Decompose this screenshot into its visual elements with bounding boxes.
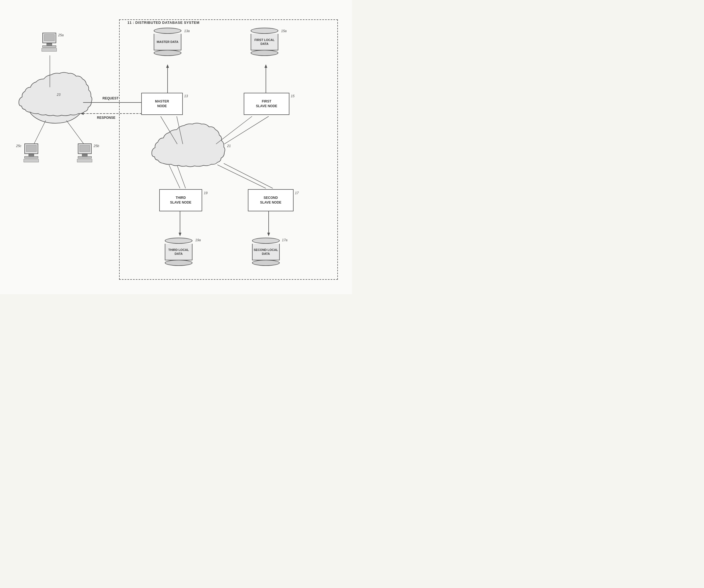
svg-line-12 (33, 120, 46, 145)
ref-23: 23 (57, 93, 60, 97)
ref-21: 21 (227, 144, 231, 148)
keyboard-25b (77, 159, 92, 162)
third-slave-node-label: THIRD SLAVE NODE (170, 195, 191, 205)
ref-25a: 25a (58, 33, 64, 37)
ref-25b: 25b (94, 144, 99, 148)
svg-point-1 (26, 89, 51, 110)
svg-point-2 (36, 80, 64, 103)
stand-25b (82, 154, 87, 156)
svg-point-5 (25, 86, 86, 119)
client-25b (77, 143, 92, 162)
stand-25c (28, 154, 34, 156)
master-data-db: MASTER DATA (154, 28, 181, 57)
computer-icon-25c (23, 143, 39, 162)
cylinder-body: MASTER DATA (154, 34, 181, 50)
screen-25a (44, 34, 55, 41)
response-label: RESPONSE (97, 116, 115, 120)
svg-point-0 (28, 87, 83, 123)
cylinder-top (165, 238, 192, 244)
first-slave-node-label: FIRST SLAVE NODE (256, 99, 277, 109)
svg-point-4 (62, 86, 87, 108)
second-slave-node-label: SECOND SLAVE NODE (260, 195, 281, 205)
third-local-data-db: THIRD LOCAL DATA (165, 238, 192, 267)
ref-13: 13 (184, 94, 188, 98)
second-slave-node-box: SECOND SLAVE NODE (248, 189, 294, 211)
cylinder-top (252, 238, 280, 244)
second-local-cylinder: SECOND LOCAL DATA (252, 238, 280, 267)
master-data-cylinder: MASTER DATA (154, 28, 181, 57)
client-25c (23, 143, 39, 162)
ref-17: 17 (295, 191, 299, 195)
computer-icon-25a (42, 33, 57, 52)
first-local-cylinder: FIRST LOCAL DATA (251, 28, 278, 57)
monitor-25a (42, 33, 56, 43)
internet-cloud (19, 72, 92, 123)
svg-point-3 (50, 79, 77, 101)
ref-25c: 25c (16, 144, 21, 148)
first-local-data-label: FIRST LOCAL DATA (251, 38, 278, 46)
monitor-25c (24, 143, 38, 154)
keyboard-25a (42, 48, 57, 52)
diagram-container: 11 : DISTRIBUTED DATABASE SYSTEM (0, 0, 352, 294)
screen-25b (79, 145, 90, 152)
master-data-label: MASTER DATA (157, 40, 178, 44)
second-local-data-label: SECOND LOCAL DATA (252, 248, 279, 256)
base-25c (24, 156, 38, 159)
first-local-data-db: FIRST LOCAL DATA (251, 28, 278, 57)
master-node-label: MASTER NODE (155, 99, 169, 109)
master-node-box: MASTER NODE (141, 93, 183, 115)
ref-15a: 15a (281, 29, 287, 33)
ref-19: 19 (204, 191, 208, 195)
base-25a (42, 45, 56, 48)
computer-icon-25b (77, 143, 92, 162)
second-local-data-db: SECOND LOCAL DATA (252, 238, 280, 267)
cylinder-top (154, 28, 181, 34)
cylinder-body: THIRD LOCAL DATA (165, 244, 192, 260)
ref-17a: 17a (282, 238, 288, 242)
cylinder-top (251, 28, 278, 34)
ref-19a: 19a (195, 238, 201, 242)
request-label: REQUEST (103, 97, 119, 100)
cylinder-bottom (154, 50, 181, 56)
stand-25a (47, 43, 52, 45)
first-slave-node-box: FIRST SLAVE NODE (244, 93, 289, 115)
cylinder-bottom (165, 260, 192, 266)
third-local-data-label: THIRD LOCAL DATA (165, 248, 192, 256)
client-25a (42, 33, 57, 52)
cylinder-body: FIRST LOCAL DATA (251, 34, 278, 50)
svg-line-11 (66, 120, 86, 147)
dbs-boundary (119, 19, 338, 280)
third-slave-node-box: THIRD SLAVE NODE (159, 189, 202, 211)
screen-25c (26, 145, 37, 152)
cylinder-bottom (251, 50, 278, 56)
ref-13a: 13a (184, 29, 190, 33)
cylinder-bottom (252, 260, 280, 266)
monitor-25b (78, 143, 92, 154)
keyboard-25c (23, 159, 39, 162)
svg-marker-9 (80, 112, 83, 115)
cylinder-body: SECOND LOCAL DATA (252, 244, 280, 260)
base-25b (78, 156, 92, 159)
dbs-title: 11 : DISTRIBUTED DATABASE SYSTEM (127, 20, 199, 25)
ref-15: 15 (291, 94, 294, 98)
third-local-cylinder: THIRD LOCAL DATA (165, 238, 192, 267)
